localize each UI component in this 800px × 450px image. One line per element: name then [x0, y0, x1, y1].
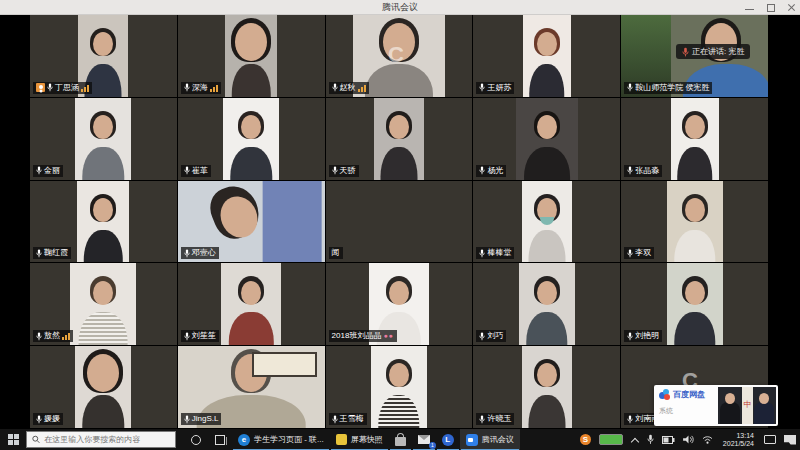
taskbar-search[interactable]: [26, 431, 176, 448]
popup-source: 系统: [659, 406, 718, 416]
participant-name: 王雪梅: [340, 414, 364, 424]
participant-name-label: 刘艳明: [624, 330, 662, 342]
participant-name: 张晶淼: [635, 166, 659, 176]
participant-name-label: 鞍山师范学院 侯宪胜: [624, 82, 712, 94]
tray-volume-button[interactable]: [679, 429, 698, 450]
tencent-meeting-icon: [466, 434, 478, 446]
participant-name: 许晓玉: [487, 414, 511, 424]
antivirus-tray-button[interactable]: S: [576, 429, 595, 450]
participant-tile[interactable]: 崔革: [178, 98, 325, 180]
participant-tile[interactable]: 媛媛: [30, 346, 177, 428]
baidu-netdisk-popup[interactable]: 百度网盘 系统 中: [654, 385, 778, 426]
network-icon: [702, 435, 713, 444]
participant-name: 闻: [332, 248, 340, 258]
participant-name: 深海: [192, 83, 208, 93]
tray-battery-button[interactable]: [658, 429, 679, 450]
taskbar-app-lock[interactable]: [389, 429, 412, 450]
participant-name-label: JingS.L: [181, 413, 222, 425]
participant-name-label: 崔革: [181, 165, 211, 177]
participant-video: [223, 98, 279, 180]
participant-name: 邓壹心: [192, 248, 216, 258]
participant-name-label: 闻: [329, 247, 343, 259]
participant-name-label: 金丽: [33, 165, 63, 177]
participant-tile[interactable]: 深海: [178, 15, 325, 97]
touch-keyboard-icon: [764, 435, 776, 444]
participant-tile[interactable]: 闻: [326, 181, 473, 263]
action-center-button[interactable]: [780, 429, 800, 450]
mic-icon: [627, 166, 633, 175]
mic-icon: [332, 415, 338, 424]
participant-name: 鞍山师范学院 侯宪胜: [635, 83, 709, 93]
mic-icon: [479, 83, 485, 92]
participant-tile[interactable]: 杨光: [473, 98, 620, 180]
task-view-icon: [215, 435, 225, 445]
participant-name: 金丽: [44, 166, 60, 176]
participant-tile[interactable]: 天骄: [326, 98, 473, 180]
app-label: 腾讯会议: [482, 434, 514, 445]
tray-network-button[interactable]: [698, 429, 717, 450]
clock-date: 2021/5/24: [723, 440, 754, 448]
app-label: 屏幕快照: [351, 434, 383, 445]
speaking-banner: 正在讲话: 宪胜: [676, 44, 750, 59]
participant-tile[interactable]: 金丽: [30, 98, 177, 180]
thumbnail-overlay-text: 中: [742, 387, 753, 424]
tencent-meeting-window: 腾讯会议 丁思涵: [0, 0, 800, 450]
lock-app-icon: [395, 437, 406, 446]
battery-indicator-button[interactable]: [595, 429, 627, 450]
participant-name-label: 鞠红霞: [33, 247, 71, 259]
participant-tile[interactable]: 丁思涵: [30, 15, 177, 97]
taskbar-app-l[interactable]: L: [436, 429, 460, 450]
speaking-mic-icon: [682, 47, 689, 57]
close-icon[interactable]: [787, 3, 796, 12]
host-badge-icon: [36, 83, 45, 92]
microphone-icon: [647, 434, 654, 445]
face-mask: [540, 217, 554, 225]
taskbar-app-mail[interactable]: 1: [412, 429, 436, 450]
mic-icon: [184, 83, 190, 92]
participant-tile[interactable]: 敖然: [30, 263, 177, 345]
taskbar-app-screenshot[interactable]: 屏幕快照: [330, 429, 389, 450]
start-button[interactable]: [0, 429, 26, 450]
participant-name-label: 李双: [624, 247, 654, 259]
tray-microphone-button[interactable]: [643, 429, 658, 450]
task-view-button[interactable]: [208, 429, 232, 450]
watermark-letter: C: [388, 42, 404, 68]
participant-tile[interactable]: 王雪梅: [326, 346, 473, 428]
participant-name: 杨光: [487, 166, 503, 176]
windows-logo-icon: [8, 434, 19, 445]
battery-icon: [662, 436, 675, 444]
participant-tile[interactable]: 刘巧: [473, 263, 620, 345]
participant-tile[interactable]: 刘笙笙: [178, 263, 325, 345]
cortana-button[interactable]: [184, 429, 208, 450]
participant-name-label: 王雪梅: [329, 413, 367, 425]
participant-tile[interactable]: 2018班刘晶晶 ●●: [326, 263, 473, 345]
mail-badge: 1: [429, 442, 436, 449]
maximize-icon[interactable]: [766, 3, 775, 12]
mic-icon: [627, 83, 633, 92]
mic-icon: [627, 332, 633, 341]
taskbar-app-student-page[interactable]: e 学生学习页面 - 联...: [232, 429, 330, 450]
minimize-icon[interactable]: [745, 3, 754, 12]
participant-name: 2018班刘晶晶: [332, 331, 382, 341]
search-input[interactable]: [44, 435, 170, 444]
participant-name-label: 邓壹心: [181, 247, 219, 259]
participant-tile[interactable]: 李双: [621, 181, 768, 263]
popup-video-thumbnail[interactable]: 中: [718, 387, 776, 424]
touch-keyboard-button[interactable]: [760, 429, 780, 450]
participant-tile[interactable]: 许晓玉: [473, 346, 620, 428]
mic-icon: [627, 415, 633, 424]
participant-tile[interactable]: 王妍苏: [473, 15, 620, 97]
participant-tile[interactable]: 鞠红霞: [30, 181, 177, 263]
taskbar-app-tencent-meeting[interactable]: 腾讯会议: [460, 429, 520, 450]
participant-name-label: 刘笙笙: [181, 330, 219, 342]
browser-app-icon: e: [238, 434, 250, 446]
taskbar-clock[interactable]: 13:14 2021/5/24: [717, 432, 760, 448]
participant-name-label: 天骄: [329, 165, 359, 177]
participant-tile[interactable]: 邓壹心: [178, 181, 325, 263]
participant-name-label: 2018班刘晶晶 ●●: [329, 330, 397, 342]
participant-tile[interactable]: 张晶淼: [621, 98, 768, 180]
hidden-icons-button[interactable]: [627, 429, 643, 450]
participant-tile[interactable]: 棒棒堂: [473, 181, 620, 263]
participant-tile[interactable]: 刘艳明: [621, 263, 768, 345]
participant-tile[interactable]: JingS.L: [178, 346, 325, 428]
